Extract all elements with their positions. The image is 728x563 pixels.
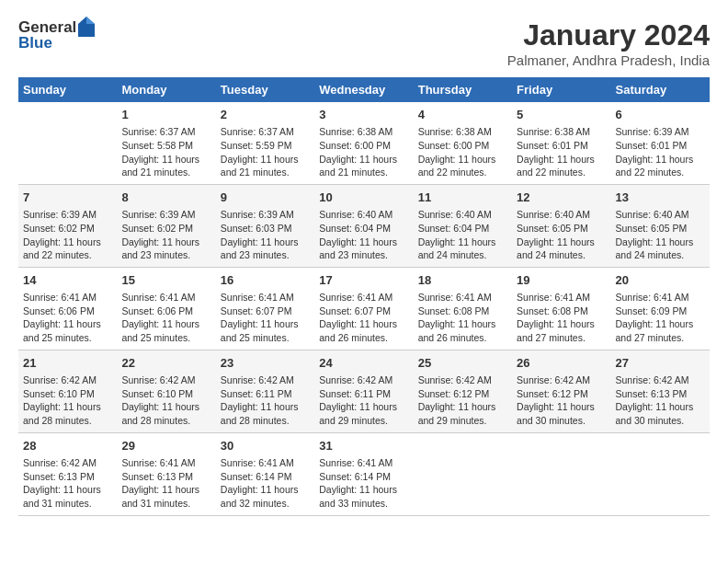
day-number: 8	[121, 190, 210, 206]
cell-content: Sunrise: 6:42 AMSunset: 6:10 PMDaylight:…	[121, 373, 210, 428]
cell-content: Sunrise: 6:39 AMSunset: 6:03 PMDaylight:…	[221, 208, 310, 262]
cell-line: Daylight: 11 hours and 30 minutes.	[616, 401, 694, 426]
header-cell-sunday: Sunday	[18, 77, 117, 102]
cell-line: Daylight: 11 hours and 28 minutes.	[221, 401, 299, 426]
header-cell-tuesday: Tuesday	[216, 77, 314, 102]
day-number: 30	[221, 438, 310, 454]
cell-line: Sunrise: 6:42 AM	[517, 374, 590, 385]
cell-content: Sunrise: 6:42 AMSunset: 6:13 PMDaylight:…	[616, 373, 705, 428]
calendar-cell: 23Sunrise: 6:42 AMSunset: 6:11 PMDayligh…	[216, 350, 314, 432]
calendar-cell	[611, 432, 710, 515]
day-number: 1	[121, 107, 210, 123]
calendar-cell	[414, 432, 512, 515]
cell-line: Daylight: 11 hours and 24 minutes.	[418, 236, 496, 261]
day-number: 28	[23, 438, 112, 454]
calendar-cell: 16Sunrise: 6:41 AMSunset: 6:07 PMDayligh…	[216, 267, 314, 350]
header-cell-wednesday: Wednesday	[314, 77, 413, 102]
calendar-cell: 5Sunrise: 6:38 AMSunset: 6:01 PMDaylight…	[512, 102, 610, 184]
day-number: 29	[121, 438, 210, 454]
calendar-row: 1Sunrise: 6:37 AMSunset: 5:58 PMDaylight…	[18, 102, 710, 184]
cell-line: Sunset: 5:59 PM	[221, 140, 292, 151]
cell-content: Sunrise: 6:41 AMSunset: 6:08 PMDaylight:…	[418, 291, 507, 345]
cell-line: Sunset: 6:01 PM	[517, 140, 588, 151]
cell-line: Sunrise: 6:37 AM	[221, 126, 294, 137]
calendar-cell	[18, 102, 117, 184]
day-number: 7	[23, 190, 112, 206]
page-title: January 2024	[507, 18, 710, 52]
cell-line: Sunrise: 6:42 AM	[616, 374, 689, 385]
cell-line: Daylight: 11 hours and 28 minutes.	[23, 401, 101, 426]
cell-line: Daylight: 11 hours and 26 minutes.	[319, 318, 397, 343]
day-number: 17	[319, 272, 408, 289]
cell-line: Sunrise: 6:40 AM	[517, 209, 590, 220]
logo-blue: Blue	[18, 35, 95, 52]
header-cell-thursday: Thursday	[414, 77, 512, 102]
day-number: 24	[319, 355, 408, 372]
cell-line: Sunset: 6:02 PM	[23, 223, 95, 234]
cell-line: Daylight: 11 hours and 22 minutes.	[517, 154, 595, 178]
calendar-cell: 29Sunrise: 6:41 AMSunset: 6:13 PMDayligh…	[117, 432, 215, 515]
cell-content: Sunrise: 6:39 AMSunset: 6:02 PMDaylight:…	[23, 208, 112, 262]
cell-line: Sunset: 6:09 PM	[616, 305, 688, 316]
cell-content: Sunrise: 6:42 AMSunset: 6:11 PMDaylight:…	[221, 373, 310, 428]
day-number: 16	[221, 272, 310, 289]
header-cell-saturday: Saturday	[611, 77, 710, 102]
calendar-cell: 2Sunrise: 6:37 AMSunset: 5:59 PMDaylight…	[216, 102, 314, 184]
cell-line: Daylight: 11 hours and 29 minutes.	[418, 401, 496, 426]
cell-line: Sunset: 6:08 PM	[418, 305, 490, 316]
cell-line: Daylight: 11 hours and 28 minutes.	[121, 401, 199, 426]
cell-line: Sunrise: 6:42 AM	[221, 374, 294, 385]
calendar-cell: 17Sunrise: 6:41 AMSunset: 6:07 PMDayligh…	[314, 267, 413, 350]
calendar-cell: 6Sunrise: 6:39 AMSunset: 6:01 PMDaylight…	[611, 102, 710, 184]
calendar-cell: 25Sunrise: 6:42 AMSunset: 6:12 PMDayligh…	[414, 350, 512, 432]
day-number: 25	[418, 355, 507, 372]
cell-line: Daylight: 11 hours and 32 minutes.	[221, 484, 299, 509]
day-number: 12	[517, 190, 606, 206]
cell-content: Sunrise: 6:40 AMSunset: 6:04 PMDaylight:…	[319, 208, 408, 262]
calendar-cell: 14Sunrise: 6:41 AMSunset: 6:06 PMDayligh…	[18, 267, 117, 350]
cell-line: Sunset: 6:07 PM	[319, 305, 391, 316]
calendar-cell	[512, 432, 610, 515]
cell-line: Sunset: 6:05 PM	[517, 223, 588, 234]
cell-line: Sunset: 6:14 PM	[319, 471, 391, 482]
cell-line: Sunset: 6:11 PM	[221, 388, 292, 399]
cell-content: Sunrise: 6:41 AMSunset: 6:13 PMDaylight:…	[121, 456, 210, 511]
cell-line: Sunset: 6:04 PM	[319, 223, 391, 234]
calendar-row: 14Sunrise: 6:41 AMSunset: 6:06 PMDayligh…	[18, 267, 710, 350]
day-number: 22	[121, 355, 210, 372]
cell-content: Sunrise: 6:39 AMSunset: 6:01 PMDaylight:…	[616, 125, 705, 179]
cell-line: Sunset: 5:58 PM	[121, 140, 193, 151]
cell-line: Sunset: 6:13 PM	[23, 471, 95, 482]
calendar-header: SundayMondayTuesdayWednesdayThursdayFrid…	[18, 77, 710, 102]
calendar-cell: 20Sunrise: 6:41 AMSunset: 6:09 PMDayligh…	[611, 267, 710, 350]
cell-line: Sunset: 6:13 PM	[121, 471, 193, 482]
cell-line: Sunset: 6:10 PM	[23, 388, 95, 399]
calendar-row: 7Sunrise: 6:39 AMSunset: 6:02 PMDaylight…	[18, 184, 710, 267]
cell-content: Sunrise: 6:41 AMSunset: 6:06 PMDaylight:…	[23, 291, 112, 345]
cell-content: Sunrise: 6:38 AMSunset: 6:00 PMDaylight:…	[319, 125, 408, 179]
cell-line: Sunrise: 6:40 AM	[418, 209, 492, 220]
day-number: 18	[418, 272, 507, 289]
day-number: 27	[616, 355, 705, 372]
cell-line: Sunrise: 6:40 AM	[616, 209, 689, 220]
cell-content: Sunrise: 6:42 AMSunset: 6:12 PMDaylight:…	[517, 373, 606, 428]
day-number: 3	[319, 107, 408, 123]
page-subtitle: Palmaner, Andhra Pradesh, India	[507, 52, 710, 68]
day-number: 20	[616, 272, 705, 289]
cell-content: Sunrise: 6:38 AMSunset: 6:00 PMDaylight:…	[418, 125, 507, 179]
day-number: 21	[23, 355, 112, 372]
cell-line: Sunset: 6:12 PM	[418, 388, 490, 399]
cell-line: Sunrise: 6:41 AM	[23, 292, 97, 303]
cell-line: Daylight: 11 hours and 33 minutes.	[319, 484, 397, 509]
calendar-cell: 8Sunrise: 6:39 AMSunset: 6:02 PMDaylight…	[117, 184, 215, 267]
calendar-cell: 12Sunrise: 6:40 AMSunset: 6:05 PMDayligh…	[512, 184, 610, 267]
cell-line: Sunset: 6:10 PM	[121, 388, 193, 399]
cell-line: Sunrise: 6:41 AM	[121, 457, 195, 468]
cell-line: Sunrise: 6:41 AM	[221, 457, 294, 468]
cell-content: Sunrise: 6:41 AMSunset: 6:08 PMDaylight:…	[517, 291, 606, 345]
header-cell-monday: Monday	[117, 77, 215, 102]
cell-line: Daylight: 11 hours and 25 minutes.	[23, 318, 101, 343]
cell-content: Sunrise: 6:42 AMSunset: 6:12 PMDaylight:…	[418, 373, 507, 428]
cell-line: Sunrise: 6:41 AM	[319, 292, 392, 303]
cell-line: Daylight: 11 hours and 27 minutes.	[517, 318, 595, 343]
